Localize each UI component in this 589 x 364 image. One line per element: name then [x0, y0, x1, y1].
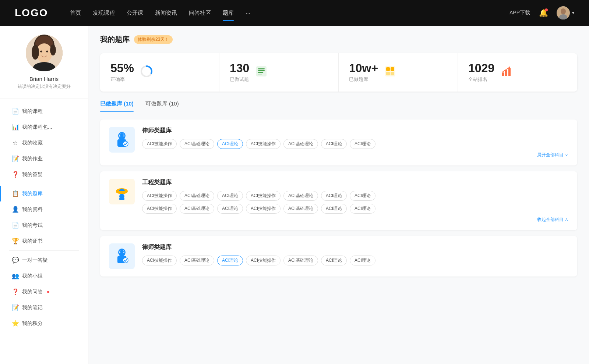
sidebar-item-questions[interactable]: ❓ 我的问答 — [0, 284, 88, 300]
sidebar-item-group[interactable]: 👥 我的小组 — [0, 268, 88, 284]
qb-title-lawyer-1: 律师类题库 — [142, 127, 568, 135]
sidebar-item-favorites[interactable]: ☆ 我的收藏 — [0, 135, 88, 151]
nav-home[interactable]: 首页 — [70, 8, 81, 18]
qb-tag[interactable]: ACI基础理论 — [283, 256, 318, 265]
sidebar-item-courses[interactable]: 📄 我的课程 — [0, 103, 88, 119]
qb-tags-lawyer-2: ACI技能操作 ACI基础理论 ACI理论 ACI技能操作 ACI基础理论 AC… — [142, 256, 568, 265]
qb-tag[interactable]: ACI技能操作 — [246, 191, 281, 201]
qb-tag[interactable]: ACI基础理论 — [283, 139, 318, 149]
stat-accuracy-text: 55% 正确率 — [110, 62, 134, 83]
questions-dot — [47, 291, 49, 293]
logo[interactable]: LOGO — [15, 7, 48, 19]
qb-tag[interactable]: ACI技能操作 — [142, 191, 177, 201]
qb-tag[interactable]: ACI技能操作 — [142, 204, 177, 214]
tab-available-banks[interactable]: 可做题库 (10) — [145, 100, 179, 112]
stat-done-text: 130 已做试题 — [230, 62, 249, 83]
nav-qa[interactable]: 问答社区 — [189, 8, 211, 18]
nav-news[interactable]: 新闻资讯 — [155, 8, 177, 18]
sidebar-item-question-bank[interactable]: 📋 我的题库 — [0, 186, 88, 201]
qb-tag[interactable]: ACI技能操作 — [246, 204, 281, 214]
sidebar-item-label: 我的课程包... — [22, 124, 52, 131]
svg-rect-16 — [258, 68, 265, 69]
stats-grid: 55% 正确率 130 已做试题 — [100, 53, 577, 92]
app-download-button[interactable]: APP下载 — [509, 10, 530, 16]
qb-card-lawyer-2: 律师类题库 ACI技能操作 ACI基础理论 ACI理论 ACI技能操作 ACI基… — [100, 236, 577, 276]
qb-tag[interactable]: ACI理论 — [350, 204, 375, 214]
qb-tag[interactable]: ACI理论 — [321, 256, 347, 265]
sidebar-item-notes[interactable]: 📝 我的笔记 — [0, 300, 88, 315]
navbar: LOGO 首页 发现课程 公开课 新闻资讯 问答社区 题库 ··· APP下载 … — [0, 0, 589, 26]
nav-right: APP下载 🔔 ▾ — [509, 6, 574, 19]
sidebar-item-exam[interactable]: 📄 我的考试 — [0, 217, 88, 233]
qb-tag[interactable]: ACI理论 — [217, 191, 243, 201]
sidebar-item-homework[interactable]: 📝 我的作业 — [0, 151, 88, 167]
qb-tag[interactable]: ACI基础理论 — [180, 256, 214, 265]
svg-point-33 — [119, 136, 125, 140]
sidebar: Brian Harris 错误的决定比没有决定要好 📄 我的课程 📊 我的课程包… — [0, 26, 88, 364]
nav-discover[interactable]: 发现课程 — [93, 8, 115, 18]
stat-done-banks: 10w+ 已做题库 — [339, 53, 458, 92]
qb-tag[interactable]: ACI基础理论 — [283, 204, 318, 214]
notification-bell[interactable]: 🔔 — [537, 7, 549, 19]
notification-dot — [545, 8, 548, 11]
stat-rank-label: 全站排名 — [468, 76, 494, 83]
notes-icon: 📝 — [12, 304, 18, 311]
sidebar-item-course-packages[interactable]: 📊 我的课程包... — [0, 119, 88, 135]
svg-rect-36 — [116, 191, 127, 193]
qb-card-lawyer-1: 律师类题库 ACI技能操作 ACI基础理论 ACI理论 ACI技能操作 ACI基… — [100, 119, 577, 165]
qb-tag-active[interactable]: ACI理论 — [217, 139, 243, 149]
svg-point-9 — [40, 51, 42, 53]
qb-collapse-button[interactable]: 收起全部科目 ∧ — [142, 217, 568, 223]
qb-tag[interactable]: ACI技能操作 — [142, 256, 177, 265]
qb-tag-active[interactable]: ACI理论 — [217, 256, 243, 265]
qb-tag[interactable]: ACI理论 — [350, 191, 375, 201]
qb-tag[interactable]: ACI理论 — [321, 204, 347, 214]
sidebar-item-tutoring[interactable]: 💬 一对一答疑 — [0, 252, 88, 268]
sidebar-item-qa[interactable]: ❓ 我的答疑 — [0, 167, 88, 182]
qb-expand-button[interactable]: 展开全部科目 ∨ — [142, 152, 568, 158]
sidebar-item-label: 我的题库 — [22, 190, 43, 197]
qb-tag[interactable]: ACI理论 — [350, 256, 375, 265]
qb-tag[interactable]: ACI理论 — [350, 139, 375, 149]
sidebar-item-certificate[interactable]: 🏆 我的证书 — [0, 233, 88, 249]
homework-icon: 📝 — [12, 155, 18, 162]
qb-tag[interactable]: ACI理论 — [321, 191, 347, 201]
svg-point-14 — [144, 68, 149, 74]
tab-done-banks[interactable]: 已做题库 (10) — [100, 100, 134, 112]
sidebar-item-profile[interactable]: 👤 我的资料 — [0, 201, 88, 217]
svg-point-7 — [32, 45, 39, 60]
nav-questions[interactable]: 题库 — [223, 8, 234, 18]
qb-tag[interactable]: ACI理论 — [321, 139, 347, 149]
sidebar-item-label: 我的作业 — [22, 156, 43, 162]
trial-badge: 体验剩余23天！ — [134, 35, 173, 44]
qb-tag[interactable]: ACI技能操作 — [142, 139, 177, 149]
qb-tag[interactable]: ACI基础理论 — [180, 139, 214, 149]
sidebar-item-label: 我的收藏 — [22, 140, 43, 146]
profile-icon: 👤 — [12, 206, 18, 213]
stat-rank: 1029 全站排名 — [458, 53, 577, 92]
svg-rect-19 — [258, 74, 262, 75]
qb-tag[interactable]: ACI基础理论 — [283, 191, 318, 201]
qb-tag[interactable]: ACI技能操作 — [246, 256, 281, 265]
qb-tag[interactable]: ACI理论 — [217, 204, 243, 214]
sidebar-item-label: 我的课程 — [22, 108, 43, 115]
sidebar-item-points[interactable]: ⭐ 我的积分 — [0, 315, 88, 331]
svg-rect-17 — [258, 70, 265, 71]
stat-accuracy-value: 55% — [110, 62, 134, 74]
sidebar-item-label: 我的考试 — [22, 222, 43, 229]
user-avatar-wrap[interactable]: ▾ — [557, 6, 574, 19]
nav-opencourse[interactable]: 公开课 — [127, 8, 143, 18]
qb-content-lawyer-1: 律师类题库 ACI技能操作 ACI基础理论 ACI理论 ACI技能操作 ACI基… — [142, 127, 568, 158]
stat-banks-label: 已做题库 — [349, 76, 378, 83]
sidebar-item-label: 我的答疑 — [22, 171, 43, 178]
qb-tags-engineering-1: ACI技能操作 ACI基础理论 ACI理论 ACI技能操作 ACI基础理论 AC… — [142, 191, 568, 201]
stat-banks-value: 10w+ — [349, 62, 378, 74]
qb-tags-engineering-2: ACI技能操作 ACI基础理论 ACI理论 ACI技能操作 ACI基础理论 AC… — [142, 204, 568, 214]
qb-tag[interactable]: ACI基础理论 — [180, 204, 214, 214]
nav-more[interactable]: ··· — [246, 8, 250, 18]
courses-icon: 📄 — [12, 108, 18, 115]
qb-tag[interactable]: ACI技能操作 — [246, 139, 281, 149]
qb-title-engineering: 工程类题库 — [142, 179, 568, 186]
done-banks-icon — [384, 65, 396, 80]
qb-tag[interactable]: ACI基础理论 — [180, 191, 214, 201]
